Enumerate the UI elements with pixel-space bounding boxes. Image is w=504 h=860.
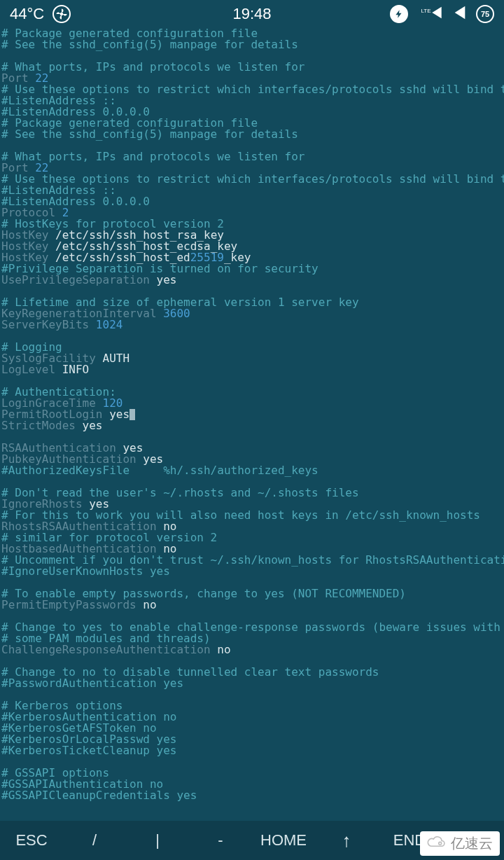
- key-up[interactable]: ↑: [315, 830, 378, 852]
- text-editor[interactable]: # Package generated configuration file# …: [0, 28, 504, 801]
- svg-point-1: [439, 842, 442, 845]
- battery-icon: 75: [476, 5, 494, 23]
- clock: 19:48: [232, 5, 271, 23]
- key-dash[interactable]: -: [189, 831, 252, 849]
- editor-line[interactable]: # See the sshd_config(5) manpage for det…: [1, 129, 503, 140]
- bolt-icon: [390, 5, 408, 23]
- cloud-icon: [427, 835, 447, 853]
- status-left: 44°C: [10, 5, 71, 23]
- editor-line[interactable]: #AuthorizedKeysFile %h/.ssh/authorized_k…: [1, 465, 503, 476]
- key-slash[interactable]: /: [63, 831, 126, 849]
- back-icon: [452, 5, 468, 23]
- status-bar: 44°C 19:48 LTE 75: [0, 0, 504, 28]
- editor-line[interactable]: #IgnoreUserKnownHosts yes: [1, 566, 503, 577]
- editor-line[interactable]: # What ports, IPs and protocols we liste…: [1, 151, 503, 162]
- editor-line[interactable]: UsePrivilegeSeparation yes: [1, 275, 503, 286]
- editor-line[interactable]: LogLevel INFO: [1, 364, 503, 375]
- fan-icon: [52, 5, 71, 23]
- editor-line[interactable]: ServerKeyBits 1024: [1, 319, 503, 331]
- editor-line[interactable]: ChallengeResponseAuthentication no: [1, 644, 503, 656]
- editor-line[interactable]: #PasswordAuthentication yes: [1, 678, 503, 689]
- temperature: 44°C: [10, 5, 44, 23]
- status-right: LTE 75: [390, 5, 494, 23]
- editor-line[interactable]: PermitEmptyPasswords no: [1, 599, 503, 611]
- editor-line[interactable]: [1, 331, 503, 342]
- signal-icon: LTE: [416, 6, 444, 22]
- key-esc[interactable]: ESC: [0, 831, 63, 849]
- editor-line[interactable]: #ListenAddress 0.0.0.0: [1, 196, 503, 207]
- editor-line[interactable]: #KerberosTicketCleanup yes: [1, 745, 503, 756]
- text-cursor: [130, 409, 135, 420]
- editor-line[interactable]: # What ports, IPs and protocols we liste…: [1, 62, 503, 73]
- watermark: 亿速云: [420, 831, 500, 856]
- watermark-text: 亿速云: [451, 834, 493, 853]
- editor-line[interactable]: #GSSAPICleanupCredentials yes: [1, 790, 503, 801]
- key-pipe[interactable]: |: [126, 831, 189, 849]
- editor-line[interactable]: # See the sshd_config(5) manpage for det…: [1, 39, 503, 50]
- key-home[interactable]: HOME: [252, 831, 315, 849]
- editor-line[interactable]: StrictModes yes: [1, 420, 503, 431]
